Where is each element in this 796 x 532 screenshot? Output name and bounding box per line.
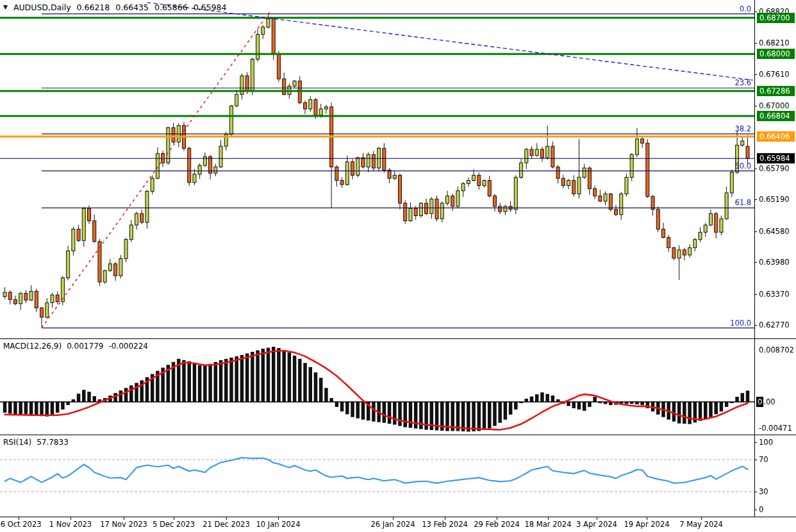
bull-candle — [625, 178, 628, 194]
macd-label: MACD(12,26,9) — [3, 342, 62, 351]
bear-candle — [335, 167, 338, 180]
bear-candle — [540, 149, 543, 158]
macd-histogram-bar — [735, 397, 739, 402]
bear-candle — [245, 76, 249, 91]
date-label: 16 Oct 2023 — [0, 520, 42, 529]
bear-candle — [572, 180, 576, 194]
date-axis[interactable]: 16 Oct 20231 Nov 202317 Nov 20235 Dec 20… — [0, 517, 796, 532]
bear-candle — [40, 308, 44, 317]
macd-histogram-bar — [551, 395, 555, 402]
bull-candle — [440, 203, 444, 219]
date-label: 10 Jan 2024 — [256, 520, 301, 529]
bear-candle — [715, 213, 718, 232]
pane-separator[interactable] — [0, 338, 796, 339]
bull-candle — [319, 109, 322, 115]
macd-histogram-bar — [46, 402, 49, 417]
symbol-dropdown-icon[interactable]: ▼ — [3, 4, 8, 10]
macd-histogram-bar — [709, 402, 713, 417]
date-label: 13 Feb 2024 — [422, 520, 468, 529]
bull-candle — [51, 295, 54, 303]
bear-candle — [77, 229, 80, 240]
price-tick-label: 0.63370 — [759, 290, 790, 299]
macd-histogram-bar — [741, 393, 745, 402]
bear-candle — [615, 210, 618, 215]
fib-level-label: 100.0 — [730, 319, 751, 328]
macd-histogram-bar — [725, 402, 729, 407]
date-tick-mark — [393, 517, 394, 520]
bear-candle — [561, 178, 565, 185]
bull-candle — [124, 240, 128, 259]
macd-histogram-bar — [714, 402, 718, 414]
price-badge: 0.66406 — [757, 131, 795, 142]
macd-histogram-bar — [182, 360, 186, 402]
bear-candle — [372, 154, 375, 168]
fib-level-label: 50.0 — [734, 162, 751, 170]
bull-candle — [504, 206, 507, 212]
macd-histogram-bar — [677, 402, 681, 424]
bull-candle — [119, 259, 122, 276]
bull-candle — [261, 27, 265, 34]
date-tick-mark — [647, 517, 647, 520]
bull-candle — [535, 149, 538, 156]
bull-candle — [235, 94, 238, 106]
macd-main-value: 0.001779 — [67, 342, 103, 351]
bear-candle — [383, 148, 386, 170]
date-tick-mark — [226, 517, 227, 520]
bull-candle — [704, 225, 707, 232]
bear-candle — [114, 264, 117, 276]
macd-histogram-bar — [40, 402, 44, 416]
macd-histogram-bar — [351, 402, 354, 417]
rsi-axis-label: 100 — [759, 438, 773, 447]
macd-zero-badge: 0 — [756, 397, 763, 407]
macd-histogram-bar — [583, 402, 586, 411]
macd-histogram-bar — [577, 402, 581, 410]
macd-histogram-bar — [535, 394, 539, 402]
macd-histogram-bar — [704, 402, 708, 419]
price-tick-label: 0.65190 — [759, 195, 790, 204]
macd-histogram-bar — [472, 402, 476, 431]
macd-pane[interactable] — [0, 338, 796, 435]
price-tick-label: 0.64580 — [759, 227, 790, 236]
macd-histogram-bar — [203, 365, 207, 402]
bull-candle — [730, 172, 733, 193]
macd-signal-line — [5, 351, 748, 430]
price-tick-label: 0.68210 — [759, 38, 790, 47]
bull-candle — [3, 292, 6, 296]
macd-histogram-bar — [87, 392, 91, 402]
bear-candle — [13, 299, 17, 303]
bull-candle — [567, 180, 570, 185]
date-label: 17 Nov 2023 — [100, 520, 147, 529]
bear-candle — [551, 146, 554, 167]
macd-histogram-bar — [335, 402, 339, 407]
bull-candle — [156, 153, 159, 178]
price-badge: 0.68700 — [757, 13, 795, 23]
macd-histogram-bar — [314, 372, 318, 402]
bull-candle — [198, 165, 201, 174]
macd-histogram-bar — [329, 398, 333, 402]
bull-candle — [145, 191, 149, 222]
date-tick-mark — [70, 517, 71, 520]
pane-separator[interactable] — [0, 435, 796, 435]
bear-candle — [493, 196, 496, 206]
bull-candle — [82, 208, 85, 240]
date-label: 1 Nov 2023 — [49, 520, 92, 529]
price-badge: 0.65984 — [757, 153, 795, 163]
bull-candle — [151, 178, 154, 191]
macd-histogram-bar — [672, 402, 676, 422]
bull-candle — [430, 199, 433, 214]
bull-candle — [393, 175, 396, 178]
fib-level-label: 38.2 — [734, 124, 751, 133]
main-chart-pane[interactable] — [0, 0, 796, 338]
bear-candle — [283, 79, 286, 94]
bear-candle — [404, 203, 407, 220]
macd-histogram-bar — [493, 402, 497, 426]
macd-histogram-bar — [35, 402, 38, 416]
bull-candle — [419, 203, 422, 215]
fib-level-label: 23.6 — [734, 78, 751, 87]
bear-candle — [425, 203, 428, 213]
bull-candle — [577, 178, 581, 194]
bull-candle — [324, 107, 328, 109]
bull-candle — [445, 196, 449, 203]
rsi-pane[interactable] — [0, 435, 796, 517]
macd-histogram-bar — [356, 402, 360, 419]
